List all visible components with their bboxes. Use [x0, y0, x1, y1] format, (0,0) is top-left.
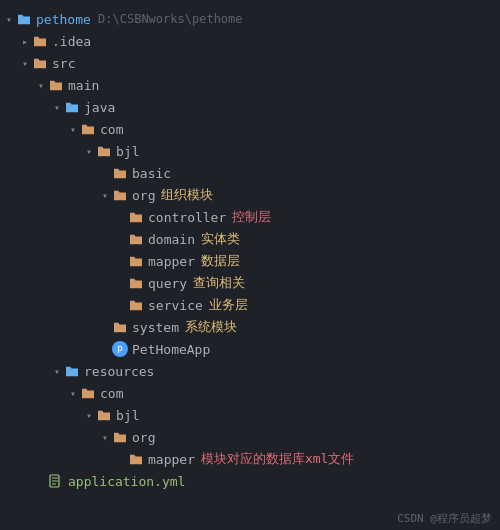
tree-row-pethome[interactable]: pethome D:\CSBNworks\pethome: [0, 8, 500, 30]
folder-icon-main: [48, 78, 64, 92]
label-domain: domain: [148, 232, 195, 247]
label-bjl: bjl: [116, 144, 139, 159]
label-java: java: [84, 100, 115, 115]
label-src: src: [52, 56, 75, 71]
tree-row-org2[interactable]: org: [0, 426, 500, 448]
tree-row-com[interactable]: com: [0, 118, 500, 140]
label-mapper2: mapper: [148, 452, 195, 467]
arrow-src: [18, 56, 32, 70]
arrow-idea: [18, 34, 32, 48]
folder-icon-mapper2: [128, 452, 144, 466]
icon-yaml-file: [48, 474, 64, 488]
tree-row-bjl2[interactable]: bjl: [0, 404, 500, 426]
comment-service: 业务层: [209, 296, 248, 314]
folder-icon-bjl2: [96, 408, 112, 422]
tree-row-com2[interactable]: com: [0, 382, 500, 404]
icon-pethomeapp: P: [112, 341, 128, 357]
tree-row-system[interactable]: system 系统模块: [0, 316, 500, 338]
brand-label: CSDN @程序员超梦: [397, 511, 492, 526]
folder-icon-java: [64, 100, 80, 114]
folder-icon-service: [128, 298, 144, 312]
label-main: main: [68, 78, 99, 93]
folder-icon-system: [112, 320, 128, 334]
arrow-org2: [98, 430, 112, 444]
tree-row-org[interactable]: org 组织模块: [0, 184, 500, 206]
folder-icon-com: [80, 122, 96, 136]
comment-controller: 控制层: [232, 208, 271, 226]
svg-text:P: P: [117, 345, 123, 355]
tree-row-java[interactable]: java: [0, 96, 500, 118]
tree-row-src[interactable]: src: [0, 52, 500, 74]
label-application-yml: application.yml: [68, 474, 185, 489]
file-tree: pethome D:\CSBNworks\pethome .idea src m…: [0, 0, 500, 500]
tree-row-resources[interactable]: resources: [0, 360, 500, 382]
tree-row-service[interactable]: service 业务层: [0, 294, 500, 316]
arrow-java: [50, 100, 64, 114]
path-pethome: D:\CSBNworks\pethome: [91, 12, 243, 26]
folder-icon-src: [32, 56, 48, 70]
label-org2: org: [132, 430, 155, 445]
arrow-org: [98, 188, 112, 202]
comment-domain: 实体类: [201, 230, 240, 248]
label-org: org: [132, 188, 155, 203]
tree-row-controller[interactable]: controller 控制层: [0, 206, 500, 228]
comment-system: 系统模块: [185, 318, 237, 336]
tree-row-bjl[interactable]: bjl: [0, 140, 500, 162]
folder-icon-org: [112, 188, 128, 202]
folder-icon-domain: [128, 232, 144, 246]
tree-row-idea[interactable]: .idea: [0, 30, 500, 52]
label-service: service: [148, 298, 203, 313]
folder-icon-org2: [112, 430, 128, 444]
label-basic: basic: [132, 166, 171, 181]
comment-mapper: 数据层: [201, 252, 240, 270]
tree-row-pethomeapp[interactable]: P PetHomeApp: [0, 338, 500, 360]
label-resources: resources: [84, 364, 154, 379]
label-controller: controller: [148, 210, 226, 225]
folder-icon-controller: [128, 210, 144, 224]
folder-icon-pethome: [16, 12, 32, 26]
folder-icon-mapper: [128, 254, 144, 268]
folder-icon-resources: [64, 364, 80, 378]
arrow-main: [34, 78, 48, 92]
arrow-com: [66, 122, 80, 136]
label-bjl2: bjl: [116, 408, 139, 423]
folder-icon-idea: [32, 34, 48, 48]
folder-icon-bjl: [96, 144, 112, 158]
tree-row-mapper[interactable]: mapper 数据层: [0, 250, 500, 272]
comment-query: 查询相关: [193, 274, 245, 292]
tree-row-main[interactable]: main: [0, 74, 500, 96]
label-pethome: pethome: [36, 12, 91, 27]
tree-row-mapper2[interactable]: mapper 模块对应的数据库xml文件: [0, 448, 500, 470]
label-system: system: [132, 320, 179, 335]
folder-icon-basic: [112, 166, 128, 180]
tree-row-application-yml[interactable]: application.yml: [0, 470, 500, 492]
arrow-resources: [50, 364, 64, 378]
comment-mapper2: 模块对应的数据库xml文件: [201, 450, 354, 468]
label-idea: .idea: [52, 34, 91, 49]
tree-row-basic[interactable]: basic: [0, 162, 500, 184]
comment-org: 组织模块: [161, 186, 213, 204]
tree-row-query[interactable]: query 查询相关: [0, 272, 500, 294]
arrow-pethome: [2, 12, 16, 26]
tree-row-domain[interactable]: domain 实体类: [0, 228, 500, 250]
folder-icon-query: [128, 276, 144, 290]
arrow-bjl: [82, 144, 96, 158]
label-pethomeapp: PetHomeApp: [132, 342, 210, 357]
label-com2: com: [100, 386, 123, 401]
label-mapper: mapper: [148, 254, 195, 269]
folder-icon-com2: [80, 386, 96, 400]
arrow-bjl2: [82, 408, 96, 422]
label-com: com: [100, 122, 123, 137]
arrow-com2: [66, 386, 80, 400]
label-query: query: [148, 276, 187, 291]
